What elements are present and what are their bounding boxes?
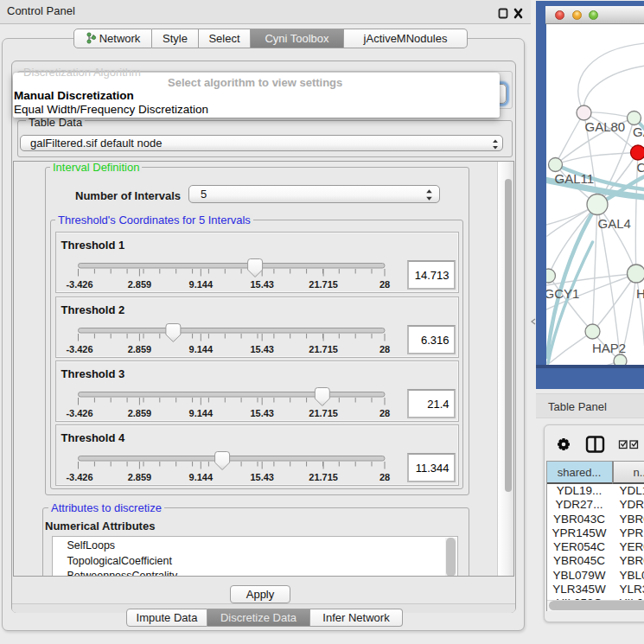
svg-text:CA: CA	[636, 160, 644, 175]
svg-text:15.43: 15.43	[250, 279, 274, 290]
svg-text:15.43: 15.43	[250, 408, 274, 418]
svg-text:21.715: 21.715	[309, 472, 338, 482]
svg-text:21.715: 21.715	[309, 344, 338, 354]
svg-text:HAP2: HAP2	[592, 341, 626, 355]
svg-text:9.144: 9.144	[188, 344, 213, 354]
svg-text:GA: GA	[633, 124, 644, 139]
svg-text:GAL80: GAL80	[584, 119, 625, 134]
svg-text:28: 28	[379, 279, 389, 290]
svg-text:28: 28	[379, 472, 389, 482]
svg-text:28: 28	[379, 408, 389, 418]
svg-text:GAL11: GAL11	[554, 171, 594, 186]
svg-text:2.859: 2.859	[127, 279, 151, 290]
svg-text:-3.426: -3.426	[66, 408, 92, 418]
svg-text:21.715: 21.715	[309, 408, 338, 418]
svg-text:GAL4: GAL4	[597, 216, 630, 231]
svg-text:15.43: 15.43	[250, 472, 274, 482]
svg-text:21.715: 21.715	[309, 279, 338, 290]
svg-text:28: 28	[379, 344, 389, 354]
svg-text:-3.426: -3.426	[66, 279, 92, 290]
svg-text:-3.426: -3.426	[66, 344, 92, 354]
svg-text:2.859: 2.859	[127, 408, 151, 418]
svg-text:-3.426: -3.426	[66, 472, 92, 482]
svg-text:GCY1: GCY1	[546, 286, 579, 301]
svg-text:H: H	[636, 286, 644, 301]
svg-text:15.43: 15.43	[250, 344, 274, 354]
svg-text:2.859: 2.859	[127, 344, 151, 354]
svg-text:9.144: 9.144	[188, 408, 213, 418]
svg-text:9.144: 9.144	[188, 279, 213, 290]
svg-text:9.144: 9.144	[188, 472, 213, 482]
svg-text:2.859: 2.859	[127, 472, 151, 482]
